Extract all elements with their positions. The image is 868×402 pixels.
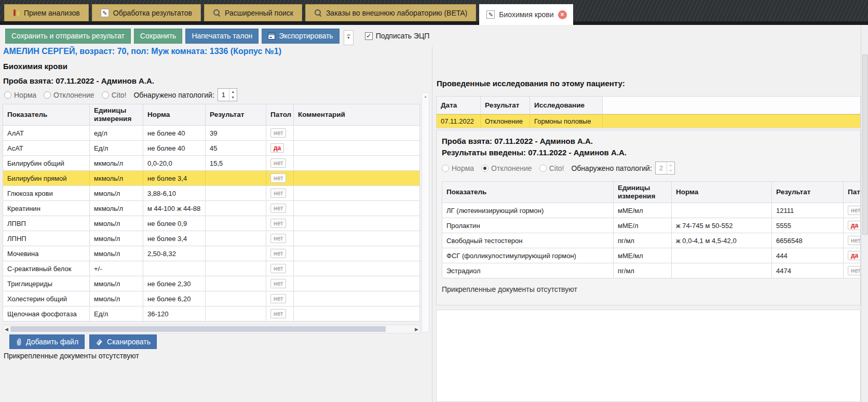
cell-comment[interactable]	[294, 156, 419, 170]
cell-result[interactable]	[206, 276, 266, 291]
cell-result[interactable]	[206, 246, 266, 261]
tab-biokhimiya-krovi-active[interactable]: ✎ Биохимия крови ×	[479, 4, 573, 25]
table-row[interactable]: Холестерин общий ммоль/л не более 6,20 н…	[3, 291, 419, 306]
cell-result[interactable]	[206, 186, 266, 200]
sign-ecp-checkbox-group[interactable]: ✓ Подписать ЭЦП	[365, 32, 430, 40]
cell-indicator: Щелочная фосфотаза	[3, 306, 90, 321]
table-row[interactable]: Билирубин общий мкмоль/л 0,0-20,0 15,5 н…	[3, 156, 419, 171]
cell-comment[interactable]	[294, 141, 419, 155]
table-row[interactable]: Креатинин мкмоль/л м 44-100 ж 44-88 нет	[3, 201, 419, 216]
save-and-send-button[interactable]: Сохранить и отправить результат	[5, 29, 131, 44]
cell-comment[interactable]	[294, 276, 419, 291]
cell-comment[interactable]	[294, 201, 419, 216]
cell-comment[interactable]	[294, 246, 419, 261]
tab-label: Расширенный поиск	[225, 9, 293, 17]
cell-comment[interactable]	[294, 231, 419, 246]
add-file-button[interactable]: Добавить файл	[9, 334, 85, 349]
patol-badge[interactable]: нет	[270, 158, 286, 168]
table-row[interactable]: АсАТ Ед/л не более 40 45 да	[3, 141, 419, 156]
patol-badge[interactable]: нет	[270, 279, 286, 288]
radio-cito[interactable]: Cito!	[102, 91, 127, 99]
cell-comment[interactable]	[294, 186, 419, 200]
cell-result[interactable]	[206, 306, 266, 321]
table-row[interactable]: Свободный тестостерон пг/мл ж 0,0-4,1 м …	[442, 233, 861, 248]
radio-cito[interactable]: Cito!	[539, 164, 564, 172]
cell-patol: нет	[266, 231, 294, 246]
radio-norma[interactable]: Норма	[4, 91, 36, 99]
table-row-selected[interactable]: Билирубин прямой мкмоль/л не более 3,4 н…	[3, 171, 419, 186]
radio-otklonenie-selected[interactable]: Отклонение	[481, 164, 532, 172]
cell-result[interactable]	[206, 171, 266, 185]
close-tab-icon[interactable]: ×	[558, 10, 567, 19]
patol-badge[interactable]: нет	[270, 128, 286, 138]
table-row[interactable]: ЛГ (лютеинизирующий гормон) мМЕ/мл 12111…	[442, 203, 861, 218]
spinner-down-icon[interactable]: ▼	[229, 95, 237, 100]
status-row: Норма Отклонение Cito! Обнаружено патоло…	[4, 88, 237, 101]
patol-badge[interactable]: нет	[270, 249, 286, 258]
table-row[interactable]: Эстрадиол пг/мл 4474 нет	[442, 263, 861, 278]
spinner-up-icon[interactable]: ▲	[229, 89, 237, 95]
scrollbar-thumb[interactable]	[10, 326, 386, 332]
cell-result[interactable]: 39	[206, 126, 266, 140]
print-ticket-button[interactable]: Напечатать талон	[185, 29, 259, 44]
cell-norm	[672, 263, 772, 278]
scan-button[interactable]: Сканировать	[89, 334, 157, 349]
cell-result[interactable]: 15,5	[206, 156, 266, 170]
table-row[interactable]: АлАТ ед/л не более 40 39 нет	[3, 126, 419, 141]
cell-comment[interactable]	[294, 126, 419, 140]
sign-ecp-checkbox[interactable]: ✓	[365, 32, 373, 40]
cell-result[interactable]	[206, 231, 266, 246]
patol-badge[interactable]: нет	[270, 264, 286, 273]
table-row[interactable]: Щелочная фосфотаза Ед/л 36-120 нет	[3, 306, 419, 321]
vertical-scrollbar[interactable]: ▴	[422, 92, 429, 332]
history-row-selected[interactable]: 07.11.2022 Отклонение Гормоны половые	[437, 114, 860, 128]
export-button[interactable]: Экспортировать	[262, 29, 339, 44]
study-title: Биохимия крови	[3, 62, 67, 71]
horizontal-scrollbar[interactable]: ◀ ▶	[3, 325, 421, 333]
cell-result[interactable]: 45	[206, 141, 266, 155]
toolbar-overflow-dropdown[interactable]: ▾	[344, 30, 354, 45]
patol-badge[interactable]: нет	[270, 173, 286, 183]
table-row[interactable]: ЛПВП ммоль/л не более 0,9 нет	[3, 216, 419, 231]
cell-result[interactable]	[206, 261, 266, 276]
patol-badge[interactable]: нет	[270, 204, 286, 213]
scroll-left-icon[interactable]: ◀	[3, 327, 10, 332]
tab-priem-analizov[interactable]: Прием анализов	[4, 4, 89, 21]
cell-comment[interactable]	[294, 291, 419, 306]
cell-result: 12111	[772, 203, 844, 218]
cell-comment[interactable]	[294, 171, 419, 185]
patol-badge[interactable]: нет	[270, 309, 286, 318]
cell-norm: 36-120	[143, 306, 206, 321]
table-row[interactable]: С-реактивный белок +/- нет	[3, 261, 419, 276]
table-row[interactable]: ЛПНП ммоль/л не более 3,4 нет	[3, 231, 419, 246]
radio-otklonenie[interactable]: Отклонение	[44, 91, 94, 99]
tab-obrabotka-rezultatov[interactable]: ✎ Обработка результатов	[92, 4, 201, 21]
scroll-right-icon[interactable]: ▶	[413, 327, 420, 332]
tab-rasshirennyi-poisk[interactable]: Расширенный поиск	[204, 4, 302, 21]
cell-comment[interactable]	[294, 306, 419, 321]
table-row[interactable]: Триглицериды ммоль/л не более 2,30 нет	[3, 276, 419, 291]
cell-result[interactable]	[206, 201, 266, 216]
cell-comment[interactable]	[294, 261, 419, 276]
patol-badge[interactable]: нет	[270, 219, 286, 228]
tab-zakazy-vneshnyaya-lab[interactable]: Заказы во внешнюю лабораторию (BETA)	[305, 4, 476, 21]
scrollbar-thumb[interactable]	[862, 55, 868, 235]
scroll-up-icon[interactable]: ▴	[422, 93, 429, 100]
cell-result[interactable]	[206, 291, 266, 306]
patol-badge[interactable]: нет	[270, 189, 286, 198]
patol-badge[interactable]: да	[270, 143, 284, 153]
radio-norma[interactable]: Норма	[442, 164, 474, 172]
scrollbar-track[interactable]	[10, 325, 413, 333]
cell-result[interactable]	[206, 216, 266, 231]
table-row[interactable]: ФСГ (фолликулостимулирующий гормон) мМЕ/…	[442, 248, 861, 263]
table-row[interactable]: Пролактин мМЕ/л ж 74-745 м 50-552 5555 д…	[442, 218, 861, 233]
patol-badge[interactable]: нет	[270, 294, 286, 303]
cell-comment[interactable]	[294, 216, 419, 231]
pathology-count-spinner[interactable]: 1 ▲ ▼	[218, 88, 237, 101]
table-row[interactable]: Мочевина ммоль/л 2,50-8,32 нет	[3, 246, 419, 261]
save-button[interactable]: Сохранить	[134, 29, 183, 44]
patol-badge[interactable]: нет	[270, 234, 286, 243]
window-vertical-scrollbar[interactable]	[861, 25, 868, 402]
results-table: Показатель Единицы измерения Норма Резул…	[3, 104, 420, 321]
table-row[interactable]: Глюкоза крови ммоль/л 3,88-6,10 нет	[3, 186, 419, 201]
